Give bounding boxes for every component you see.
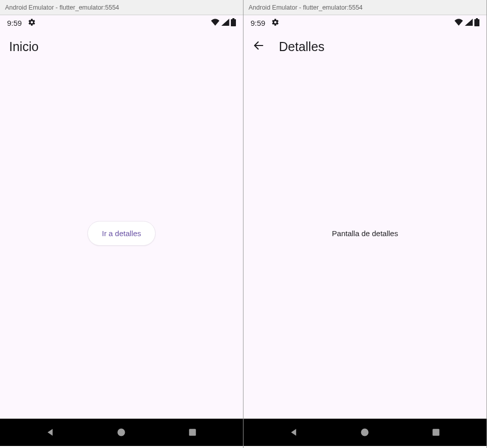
nav-back-button[interactable] bbox=[40, 422, 61, 442]
status-time: 9:59 bbox=[251, 19, 265, 27]
signal-icon bbox=[221, 19, 229, 27]
svg-rect-1 bbox=[189, 429, 196, 436]
back-button[interactable] bbox=[253, 39, 265, 54]
window-title-bar: Android Emulator - flutter_emulator:5554 bbox=[0, 0, 243, 15]
wifi-icon bbox=[454, 19, 463, 27]
gear-icon bbox=[28, 18, 36, 28]
system-nav-bar bbox=[244, 419, 486, 446]
nav-home-button[interactable] bbox=[111, 422, 131, 442]
status-bar: 9:59 bbox=[0, 15, 243, 30]
gear-icon bbox=[271, 18, 279, 28]
page-title: Inicio bbox=[9, 39, 38, 54]
nav-back-button[interactable] bbox=[284, 422, 304, 442]
device-screen-left: 9:59 Inicio Ir a detalles bbox=[0, 15, 243, 448]
emulator-right: Android Emulator - flutter_emulator:5554… bbox=[244, 0, 487, 448]
window-title: Android Emulator - flutter_emulator:5554 bbox=[249, 4, 363, 11]
nav-recent-button[interactable] bbox=[182, 422, 203, 442]
details-body-text: Pantalla de detalles bbox=[332, 229, 398, 238]
nav-home-button[interactable] bbox=[355, 422, 375, 442]
svg-rect-4 bbox=[432, 429, 440, 436]
wifi-icon bbox=[211, 19, 220, 27]
device-screen-right: 9:59 bbox=[244, 15, 486, 448]
arrow-left-icon bbox=[253, 39, 265, 54]
svg-point-0 bbox=[118, 429, 125, 436]
battery-icon bbox=[231, 18, 236, 28]
window-title-bar: Android Emulator - flutter_emulator:5554 bbox=[244, 0, 486, 15]
app-bar: Inicio bbox=[0, 30, 243, 63]
status-bar: 9:59 bbox=[244, 15, 486, 30]
signal-icon bbox=[465, 19, 473, 27]
status-time: 9:59 bbox=[7, 19, 22, 27]
go-to-details-button[interactable]: Ir a detalles bbox=[87, 221, 156, 246]
window-title: Android Emulator - flutter_emulator:5554 bbox=[5, 4, 119, 11]
svg-point-3 bbox=[361, 429, 369, 436]
nav-recent-button[interactable] bbox=[426, 422, 446, 442]
footer-gap bbox=[0, 446, 243, 448]
emulator-left: Android Emulator - flutter_emulator:5554… bbox=[0, 0, 244, 448]
app-bar: Detalles bbox=[244, 30, 486, 63]
footer-gap bbox=[244, 446, 486, 448]
screen-content: Pantalla de detalles bbox=[244, 63, 486, 419]
screen-content: Ir a detalles bbox=[0, 63, 243, 419]
battery-icon bbox=[474, 18, 479, 28]
page-title: Detalles bbox=[279, 39, 324, 54]
system-nav-bar bbox=[0, 419, 243, 446]
